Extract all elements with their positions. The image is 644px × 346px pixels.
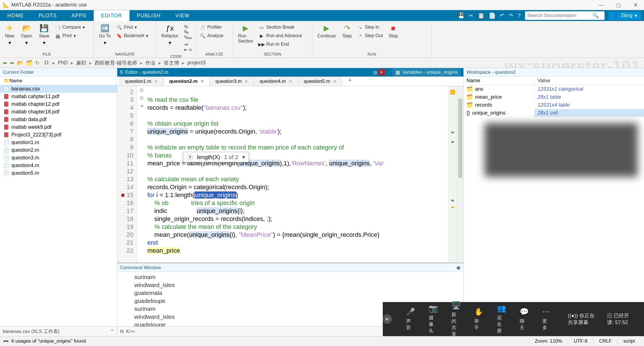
ribbon-tab-apps[interactable]: APPS [64,10,94,21]
meeting-control[interactable]: ⋯更多 [542,307,550,331]
editor-close-button[interactable]: ✕ [379,69,385,75]
workspace-row[interactable]: 🗂️mean_price28x1 table [464,93,644,101]
breadcrumb-item[interactable]: D: [45,60,50,66]
run-end-button[interactable]: ▶▶Run to End [258,41,303,48]
stop-button[interactable]: ■Stop [386,23,400,40]
compare-button[interactable]: 📑Compare ▾ [54,24,86,31]
meeting-control[interactable]: 📷摄像头 [429,304,438,334]
tab-close-icon[interactable]: ✕ [244,79,248,84]
editor-tab[interactable]: question2.m✕ [164,77,210,86]
up-button[interactable]: 📂 [16,60,24,66]
maximize-button[interactable]: ▢ [610,0,627,10]
file-list[interactable]: 📄bananas.csv📕matlab cahpter11.pdf📕matlab… [0,85,117,326]
warning-icon[interactable] [450,90,455,95]
search-icon[interactable]: 🔍 [593,12,599,19]
refactor-button[interactable]: ƒxRefactor▾ [159,23,181,47]
browse-button[interactable]: 🗂️ [26,60,33,66]
tab-close-icon[interactable]: ✕ [200,79,204,84]
collapse-icon[interactable]: ⏯ [383,314,392,324]
find-button[interactable]: 🔍Find ▾ [115,24,149,31]
file-row[interactable]: 📄question5.m [0,169,117,177]
step-in-button[interactable]: ↘Step In [356,24,384,31]
ribbon-tab-publish[interactable]: PUBLISH [129,10,168,21]
file-row[interactable]: 📄question1.m [0,139,117,146]
file-row[interactable]: 📕matlab chapter18.pdf [0,108,117,116]
meeting-control[interactable]: 👥花名册 [497,304,506,334]
bookmark-button[interactable]: 🔖Bookmark ▾ [115,32,149,39]
comment-button[interactable]: % ‰ ‱ [183,24,193,41]
help-icon[interactable]: ? [517,12,520,19]
fold-column[interactable]: ⊟⊟ ➔ [137,86,146,262]
meeting-control[interactable]: ✋举手 [474,307,483,331]
copy-icon[interactable]: 📋 [478,12,485,19]
run-section-button[interactable]: ▶Run Section [236,23,255,45]
editor-vscrollbar[interactable] [457,86,463,262]
breadcrumb-item[interactable]: 兼职 [76,60,86,66]
analyze-button[interactable]: 🔍Analyze [199,32,225,39]
add-tab-button[interactable]: ＋ [343,74,357,86]
message-margin[interactable] [448,86,457,262]
editor-tab[interactable]: question1.m✕ [120,77,163,86]
section-break-button[interactable]: ▭Section Break [258,24,303,31]
tab-close-icon[interactable]: ✕ [289,79,292,84]
ribbon-tab-home[interactable]: HOME [0,10,31,21]
redo-icon[interactable]: ↷ [509,12,513,19]
meeting-control[interactable]: 🖥️新的共享 [451,301,461,337]
goto-button[interactable]: ➡️Go To▾ [97,23,113,47]
file-row[interactable]: 📕matlab week9.pdf [0,123,117,131]
encoding-status[interactable]: UTF-8 [568,338,593,344]
file-row[interactable]: 📄bananas.csv [0,85,117,93]
back-button[interactable]: ⬅ [2,60,8,66]
variables-tab[interactable]: ▦ Variables - unique_origins [393,68,461,77]
step-button[interactable]: ↷Step [340,23,354,40]
continue-button[interactable]: ▶Continue [315,23,338,40]
breadcrumb-item[interactable]: PhD [58,60,68,66]
fx-icon[interactable]: fx [120,329,126,334]
ribbon-tab-plots[interactable]: PLOTS [31,10,64,21]
panel-options-icon[interactable]: ◉ [456,265,461,271]
zoom-status[interactable]: Zoom: 110% [529,338,568,344]
breadcrumb-item[interactable]: 西听教育-辅导老师 [95,60,137,66]
workspace-row[interactable]: 🗂️records12531x4 table [464,101,644,109]
profiler-button[interactable]: ⏱️Profiler [199,24,225,31]
close-button[interactable]: ✕ [627,0,644,10]
refresh-button[interactable]: ↻ [35,60,40,66]
save-icon[interactable]: 💾 [458,12,465,19]
minimize-button[interactable]: — [593,0,610,10]
code-editor[interactable]: 234567891011121314■ 1516171819202122 ⊟⊟ … [117,86,463,262]
save-button[interactable]: 💾Save▾ [37,23,51,47]
new-button[interactable]: ✚New▾ [3,23,16,47]
doc-search-input[interactable] [527,13,593,18]
open-button[interactable]: 📂Open▾ [19,23,34,47]
code-body[interactable]: % read the csv filerecords = readtable("… [146,86,448,262]
workspace-row[interactable]: 🗂️ans12531x1 categorical [464,85,644,93]
help-icon[interactable]: ? [187,154,193,160]
file-row[interactable]: 📄question3.m [0,154,117,162]
undo-icon[interactable]: ↶ [500,12,505,19]
meeting-control[interactable]: 🎤声音 [406,307,415,331]
expand-icon[interactable]: ⌃ [110,328,114,334]
editor-tab[interactable]: question5.m✕ [298,77,342,86]
editor-tab[interactable]: question4.m✕ [254,77,298,86]
ribbon-tab-view[interactable]: VIEW [168,10,197,21]
ws-col-value[interactable]: Value [535,77,644,85]
file-row[interactable]: 📄question4.m [0,162,117,169]
ribbon-tab-editor[interactable]: EDITOR [94,10,129,21]
user-menu[interactable]: 👤 Ziling ▾ [609,12,641,20]
paste-icon[interactable]: 📄 [489,12,496,19]
file-row[interactable]: 📕matlab cahpter11.pdf [0,93,117,100]
ws-col-name[interactable]: Name [464,77,535,85]
meeting-control[interactable]: 💬聊天 [520,307,529,331]
workspace-row[interactable]: {}unique_origins28x1 cell [464,109,644,117]
indent-button[interactable]: ⇥ ⇤ ≡ [183,41,193,53]
breadcrumb-item[interactable]: 答文博 [164,60,179,66]
tab-close-icon[interactable]: ✕ [154,79,158,84]
file-row[interactable]: 📕matlab data.pdf [0,116,117,123]
doc-search[interactable]: 🔍 [525,11,605,20]
cut-icon[interactable]: ✂ [469,12,474,19]
step-out-button[interactable]: ↗Step Out [356,32,384,39]
eol-status[interactable]: CRLF [593,338,617,344]
breadcrumbs[interactable]: D:▸PhD▸兼职▸西听教育-辅导老师▸作业▸答文博▸project3 [42,60,206,66]
run-advance-button[interactable]: ▶Run and Advance [258,32,303,39]
print-button[interactable]: 🖨️Print ▾ [54,32,86,39]
